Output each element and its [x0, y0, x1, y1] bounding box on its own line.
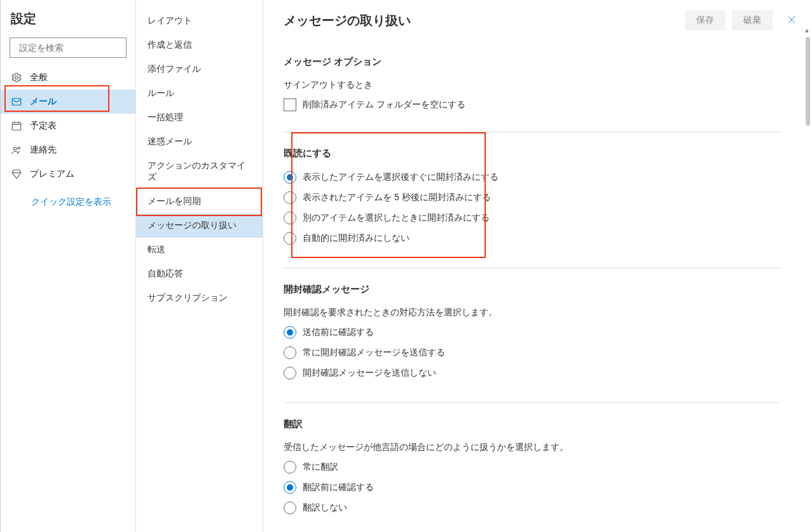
settings-categories: 設定 全般 メール 予定表 連絡先 プレミアム — [1, 0, 136, 532]
close-icon — [787, 15, 797, 25]
sub-actions[interactable]: アクションのカスタマイズ — [136, 154, 263, 189]
sub-rules[interactable]: ルール — [136, 81, 263, 106]
people-icon — [11, 144, 22, 156]
read-option-never[interactable]: 自動的に開封済みにしない — [284, 232, 780, 245]
radio-icon — [284, 212, 296, 224]
sub-autoreply[interactable]: 自動応答 — [136, 262, 263, 286]
category-calendar[interactable]: 予定表 — [1, 114, 135, 138]
svg-rect-3 — [12, 99, 21, 106]
section-mark-as-read: 既読にする 表示したアイテムを選択後すぐに開封済みにする 表示されたアイテムを … — [284, 132, 780, 268]
section-desc: 受信したメッセージが他言語の場合にどのように扱うかを選択します。 — [284, 442, 780, 453]
search-input[interactable] — [18, 42, 132, 53]
section-message-options: メッセージ オプション サインアウトするとき 削除済みアイテム フォルダーを空に… — [284, 41, 780, 132]
checkbox-icon — [284, 99, 296, 111]
section-title: メッセージ オプション — [284, 56, 780, 68]
radio-icon — [284, 191, 296, 204]
checkbox-label: 削除済みアイテム フォルダーを空にする — [303, 99, 465, 111]
section-desc: 開封確認を要求されたときの対応方法を選択します。 — [284, 307, 780, 318]
section-title: 既読にする — [284, 147, 780, 160]
mail-icon — [11, 96, 22, 107]
radio-label: 送信前に確認する — [303, 327, 374, 338]
save-button[interactable]: 保存 — [685, 10, 726, 31]
category-label: 連絡先 — [30, 144, 57, 156]
receipt-option-always[interactable]: 常に開封確認メッセージを送信する — [284, 346, 780, 359]
radio-icon — [284, 346, 296, 359]
receipt-option-never[interactable]: 開封確認メッセージを送信しない — [284, 367, 780, 379]
discard-button[interactable]: 破棄 — [732, 10, 773, 31]
category-mail[interactable]: メール — [1, 90, 135, 114]
category-list: 全般 メール 予定表 連絡先 プレミアム — [1, 65, 135, 186]
section-title: 開封確認メッセージ — [284, 283, 780, 296]
radio-label: 開封確認メッセージを送信しない — [303, 367, 436, 379]
close-button[interactable] — [779, 13, 804, 29]
svg-point-9 — [18, 147, 20, 149]
signout-label: サインアウトするとき — [284, 79, 780, 91]
subcategory-list: レイアウト 作成と返信 添付ファイル ルール 一括処理 迷惑メール アクションの… — [136, 0, 263, 532]
sub-message-handling[interactable]: メッセージの取り扱い — [136, 214, 263, 238]
empty-deleted-checkbox[interactable]: 削除済みアイテム フォルダーを空にする — [284, 99, 780, 111]
category-label: 予定表 — [30, 120, 57, 132]
section-title: 翻訳 — [284, 418, 780, 430]
read-option-5sec[interactable]: 表示されたアイテムを 5 秒後に開封済みにする — [284, 191, 780, 204]
read-option-selection[interactable]: 別のアイテムを選択したときに開封済みにする — [284, 212, 780, 224]
svg-point-8 — [14, 147, 17, 151]
radio-label: 表示したアイテムを選択後すぐに開封済みにする — [303, 172, 499, 183]
radio-icon — [284, 232, 296, 245]
settings-content: メッセージの取り扱い 保存 破棄 メッセージ オプション サインアウトするとき … — [263, 0, 812, 532]
radio-label: 翻訳前に確認する — [303, 482, 374, 493]
sub-forwarding[interactable]: 転送 — [136, 238, 263, 262]
section-read-receipts: 開封確認メッセージ 開封確認を要求されたときの対応方法を選択します。 送信前に確… — [284, 268, 780, 403]
sub-sweep[interactable]: 一括処理 — [136, 106, 263, 130]
scrollbar[interactable]: ▲ — [802, 37, 812, 532]
radio-icon — [284, 326, 296, 339]
settings-title: 設定 — [1, 10, 135, 38]
scroll-up-icon: ▲ — [804, 27, 810, 34]
sub-compose[interactable]: 作成と返信 — [136, 33, 263, 57]
settings-dialog: 設定 全般 メール 予定表 連絡先 プレミアム — [0, 0, 812, 532]
sub-junk[interactable]: 迷惑メール — [136, 130, 263, 154]
radio-icon — [284, 367, 296, 379]
sub-layout[interactable]: レイアウト — [136, 9, 263, 33]
translate-option-never[interactable]: 翻訳しない — [284, 501, 780, 514]
category-contacts[interactable]: 連絡先 — [1, 138, 135, 162]
radio-icon — [284, 501, 296, 514]
svg-point-2 — [15, 76, 18, 79]
category-general[interactable]: 全般 — [1, 65, 135, 90]
page-title: メッセージの取り扱い — [284, 12, 685, 29]
search-box[interactable] — [10, 38, 127, 58]
sub-attachments[interactable]: 添付ファイル — [136, 57, 263, 81]
radio-label: 表示されたアイテムを 5 秒後に開封済みにする — [303, 192, 491, 203]
radio-label: 翻訳しない — [303, 502, 347, 514]
category-premium[interactable]: プレミアム — [1, 162, 135, 186]
radio-label: 常に翻訳 — [303, 461, 338, 473]
diamond-icon — [11, 168, 22, 180]
translate-option-ask[interactable]: 翻訳前に確認する — [284, 481, 780, 494]
receipt-option-ask[interactable]: 送信前に確認する — [284, 326, 780, 339]
calendar-icon — [11, 120, 22, 132]
read-option-immediate[interactable]: 表示したアイテムを選択後すぐに開封済みにする — [284, 171, 780, 184]
radio-label: 別のアイテムを選択したときに開封済みにする — [303, 212, 490, 224]
radio-label: 常に開封確認メッセージを送信する — [303, 347, 445, 358]
section-translate: 翻訳 受信したメッセージが他言語の場合にどのように扱うかを選択します。 常に翻訳… — [284, 403, 780, 532]
radio-icon — [284, 171, 296, 184]
radio-icon — [284, 461, 296, 474]
content-body: メッセージ オプション サインアウトするとき 削除済みアイテム フォルダーを空に… — [263, 41, 812, 532]
translate-option-always[interactable]: 常に翻訳 — [284, 461, 780, 474]
svg-rect-4 — [12, 123, 21, 130]
radio-label: 自動的に開封済みにしない — [303, 233, 409, 244]
category-label: メール — [30, 96, 57, 107]
content-header: メッセージの取り扱い 保存 破棄 — [263, 0, 812, 41]
radio-icon — [284, 481, 296, 494]
sub-subscriptions[interactable]: サブスクリプション — [136, 286, 263, 310]
sub-sync[interactable]: メールを同期 — [136, 189, 263, 214]
gear-icon — [11, 72, 22, 83]
category-label: 全般 — [30, 72, 48, 83]
quick-settings-link[interactable]: クイック設定を表示 — [1, 186, 135, 208]
category-label: プレミアム — [30, 168, 74, 180]
